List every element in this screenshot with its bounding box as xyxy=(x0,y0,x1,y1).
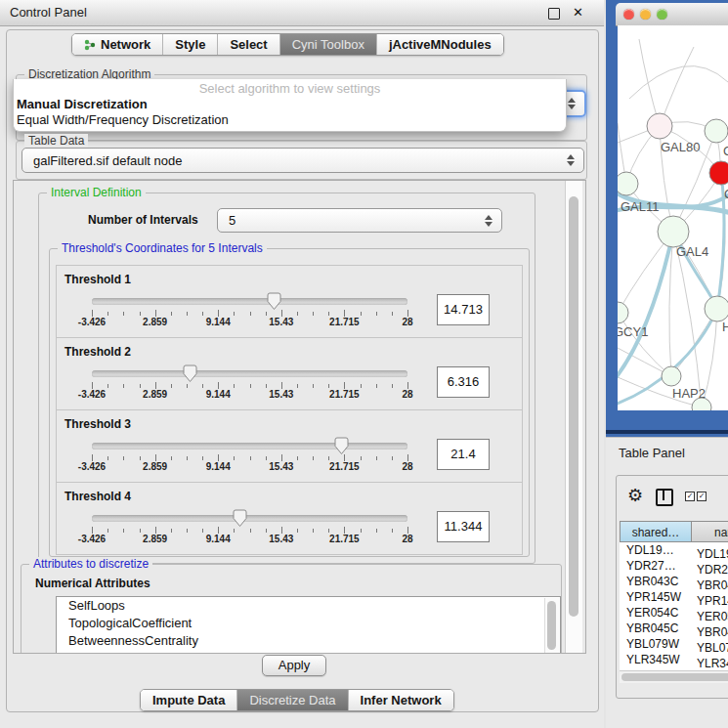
table-row[interactable]: YBR043CYBR043C xyxy=(620,574,728,589)
close-icon[interactable]: ✕ xyxy=(573,4,583,21)
network-node-hap2[interactable] xyxy=(662,366,681,386)
attributes-listbox[interactable]: SelfLoopsTopologicalCoefficientBetweenne… xyxy=(56,596,561,654)
column-header-shared-name[interactable]: shared… xyxy=(620,521,692,542)
minimize-traffic-light-icon[interactable] xyxy=(640,9,651,20)
apply-button[interactable]: Apply xyxy=(262,655,326,676)
network-node-gal11[interactable] xyxy=(618,172,638,195)
table-row[interactable]: YLR345WYLR345W xyxy=(620,652,728,667)
threshold-2-value-field[interactable]: 6.316 xyxy=(437,366,490,398)
cell-shared-name: YBR043C xyxy=(620,574,691,589)
column-header-name[interactable]: name xyxy=(691,521,728,542)
scrollbar-thumb[interactable] xyxy=(569,196,578,617)
tab-label: jActiveMNodules xyxy=(389,34,492,55)
tab-infer-network[interactable]: Infer Network xyxy=(348,690,453,710)
tab-impute-data[interactable]: Impute Data xyxy=(141,690,236,710)
tick-mark xyxy=(202,312,203,316)
split-panel-icon[interactable] xyxy=(656,489,673,506)
tick-mark xyxy=(218,382,219,389)
threshold-1-slider-handle[interactable] xyxy=(267,292,281,311)
tab-label: Infer Network xyxy=(361,690,442,710)
threshold-1-value-field[interactable]: 14.713 xyxy=(437,294,490,325)
table-row[interactable]: YBL079WYBL079W xyxy=(620,636,728,652)
network-node-gal4[interactable] xyxy=(658,216,689,247)
cell-shared-name: YLR345W xyxy=(620,652,691,667)
dropdown-option[interactable]: Manual Discretization xyxy=(14,97,566,112)
tab-network[interactable]: Network xyxy=(72,34,162,55)
node-label: GAL80 xyxy=(661,140,700,154)
network-canvas[interactable]: GAL80GCGAL11GAL4GCY1HHAP2 xyxy=(618,25,728,410)
scrollbar-thumb[interactable] xyxy=(547,601,556,650)
threshold-3-slider-track[interactable] xyxy=(92,443,407,450)
tick-mark xyxy=(344,454,345,461)
network-node-h[interactable] xyxy=(705,296,728,321)
threshold-4-slider-handle[interactable] xyxy=(233,509,247,528)
node-label: G xyxy=(723,144,728,158)
tick-mark xyxy=(171,384,172,388)
threshold-list: Threshold 1-3.4262.8599.14415.4321.71528… xyxy=(56,266,523,555)
tab-discretize-data[interactable]: Discretize Data xyxy=(236,690,347,710)
tick-label: 15.43 xyxy=(260,534,303,544)
tab-select[interactable]: Select xyxy=(217,34,278,55)
table-data-combobox[interactable]: galFiltered.sif default node xyxy=(21,148,584,173)
tick-mark xyxy=(155,382,156,389)
attribute-list-item[interactable]: SelfLoops xyxy=(57,597,560,615)
table-row[interactable]: YBR045CYBR045C xyxy=(620,621,728,636)
list-scrollbar[interactable] xyxy=(544,598,559,654)
number-of-intervals-label: Number of Intervals xyxy=(88,213,198,227)
tick-label: 2.859 xyxy=(134,389,177,400)
dropdown-option[interactable]: Equal Width/Frequency Discretization xyxy=(14,112,566,128)
threshold-3-value-field[interactable]: 21.4 xyxy=(437,439,490,470)
table-horizontal-scrollbar[interactable] xyxy=(620,670,728,683)
tick-label: 9.144 xyxy=(196,389,239,400)
float-window-icon[interactable] xyxy=(548,8,560,20)
tick-mark xyxy=(250,456,251,460)
table-row[interactable]: YDL19…YDL19… xyxy=(620,542,728,558)
threshold-1-slider-track[interactable] xyxy=(92,298,407,305)
threshold-3-slider-handle[interactable] xyxy=(334,437,349,455)
network-node-g[interactable] xyxy=(705,119,728,143)
threshold-2-slider-track[interactable] xyxy=(92,370,407,377)
tick-mark xyxy=(344,382,345,389)
tab-cyni-toolbox[interactable]: Cyni Toolbox xyxy=(279,34,376,55)
tick-mark xyxy=(218,527,219,534)
tick-mark xyxy=(107,456,108,460)
tick-mark xyxy=(92,454,93,461)
tick-label: 21.715 xyxy=(322,389,365,400)
algorithm-dropdown-popup: Select algorithm to view settings Manual… xyxy=(13,79,567,132)
attribute-list-item[interactable]: TopologicalCoefficient xyxy=(57,615,560,632)
tick-mark xyxy=(155,527,156,534)
tab-jactivemnodules[interactable]: jActiveMNodules xyxy=(376,34,503,55)
scrollbar-thumb[interactable] xyxy=(621,673,728,681)
tick-mark xyxy=(328,529,329,533)
tick-mark xyxy=(123,384,124,388)
tick-mark xyxy=(202,529,203,533)
zoom-traffic-light-icon[interactable] xyxy=(657,9,667,20)
threshold-4-slider-track[interactable] xyxy=(92,515,407,522)
tick-label: -3.426 xyxy=(70,317,113,327)
tick-mark xyxy=(392,312,393,316)
table-row[interactable]: YER054CYER054C xyxy=(620,605,728,621)
tick-label: 15.43 xyxy=(260,389,303,400)
number-of-intervals-combobox[interactable]: 5 xyxy=(217,208,502,233)
threshold-label: Threshold 4 xyxy=(64,490,131,503)
tick-label: 2.859 xyxy=(134,534,177,544)
table-row[interactable]: YDR27…YDR27… xyxy=(620,558,728,574)
select-columns-icon[interactable]: ✓ ✓ xyxy=(685,492,707,501)
threshold-2-slider-handle[interactable] xyxy=(183,364,197,383)
tick-mark xyxy=(344,310,345,317)
panel-scrollbar[interactable] xyxy=(565,181,582,653)
network-view-window: GAL80GCGAL11GAL4GCY1HHAP2 xyxy=(606,0,728,437)
interval-definition-title: Interval Definition xyxy=(47,186,146,199)
network-node-c[interactable] xyxy=(709,161,728,185)
settings-gear-icon[interactable]: ⚙ xyxy=(627,487,643,504)
table-data-title: Table Data xyxy=(24,134,88,148)
network-node-gal80[interactable] xyxy=(647,113,672,139)
node-label: GCY1 xyxy=(618,324,648,339)
close-traffic-light-icon[interactable] xyxy=(623,9,634,20)
threshold-4-value-field[interactable]: 11.344 xyxy=(437,511,490,542)
attribute-list-item[interactable]: BetweennessCentrality xyxy=(57,632,560,650)
tab-style[interactable]: Style xyxy=(162,34,217,55)
cell-shared-name: YBL079W xyxy=(620,636,691,652)
table-row[interactable]: YPR145WYPR145W xyxy=(620,589,728,605)
network-node-gcy1[interactable] xyxy=(618,302,628,323)
